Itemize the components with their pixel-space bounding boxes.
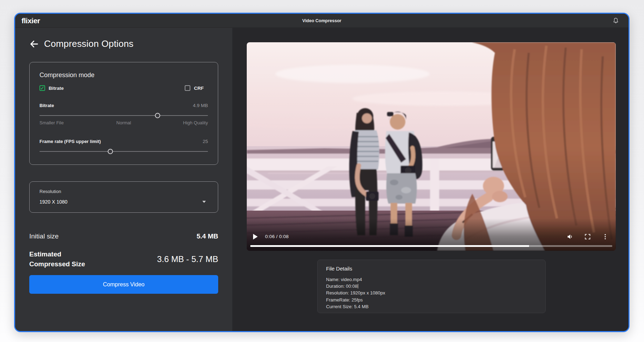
compression-sidebar: Compression Options Compression mode ✓ B… [15, 28, 232, 331]
file-duration-row: Duration: 00:08 [326, 283, 537, 290]
crf-option[interactable]: CRF [185, 85, 204, 91]
bitrate-slider-label: Bitrate [39, 103, 54, 108]
file-name-row: Name: video.mp4 [326, 276, 537, 283]
chevron-down-icon[interactable] [202, 201, 206, 203]
file-resolution-row: Resolution: 1920px x 1080px [326, 290, 537, 296]
app-window: flixier Video Compressor Compression Opt… [14, 13, 630, 332]
bitrate-checkbox-checked[interactable]: ✓ [39, 85, 45, 91]
bitrate-slider-value: 4.9 MB [193, 103, 208, 108]
bitrate-option[interactable]: ✓ Bitrate [39, 85, 64, 91]
top-bar: flixier Video Compressor [15, 14, 628, 28]
framerate-slider-track[interactable] [39, 151, 208, 152]
bitrate-option-label: Bitrate [49, 86, 64, 91]
scale-high-quality: High Quality [152, 120, 208, 125]
compression-mode-card: Compression mode ✓ Bitrate CRF Bitrate [29, 62, 218, 165]
scale-normal: Normal [96, 120, 152, 125]
crf-checkbox-unchecked[interactable] [185, 85, 190, 91]
text-cursor [358, 284, 358, 288]
video-player[interactable]: 0:06 / 0:08 [247, 42, 616, 251]
estimated-size-label: Estimated Compressed Size [29, 249, 85, 269]
back-arrow-icon[interactable] [29, 39, 39, 49]
file-details-panel: File Details Name: video.mp4 Duration: 0… [317, 260, 546, 313]
scale-smaller-file: Smaller File [39, 120, 96, 125]
kebab-menu-icon[interactable] [602, 233, 609, 240]
file-details-title: File Details [326, 266, 537, 272]
file-framerate-row: FrameRate: 25fps [326, 297, 537, 303]
progress-bar[interactable] [250, 245, 612, 247]
player-time: 0:06 / 0:08 [265, 234, 289, 239]
volume-icon[interactable] [566, 233, 574, 240]
sidebar-heading: Compression Options [44, 38, 134, 49]
initial-size-label: Initial size [29, 232, 59, 240]
compress-video-button[interactable]: Compress Video [29, 275, 218, 294]
fullscreen-icon[interactable] [584, 233, 591, 240]
compression-mode-title: Compression mode [39, 71, 208, 79]
crf-option-label: CRF [194, 86, 204, 91]
framerate-slider-value: 25 [203, 139, 208, 144]
resolution-value: 1920 X 1080 [39, 199, 67, 205]
initial-size-value: 5.4 MB [197, 232, 218, 240]
framerate-slider-thumb[interactable] [108, 149, 113, 154]
play-button[interactable] [253, 234, 258, 240]
estimated-size-value: 3.6 MB - 5.7 MB [157, 254, 218, 264]
bitrate-slider-thumb[interactable] [155, 113, 160, 118]
page-title: Video Compressor [15, 18, 628, 23]
main-panel: 0:06 / 0:08 [232, 28, 628, 331]
file-size-row: Current Size: 5.4 MB [326, 303, 537, 310]
bitrate-scale-labels: Smaller File Normal High Quality [39, 120, 208, 125]
resolution-label: Resolution [39, 189, 208, 194]
framerate-slider-label: Frame rate (FPS upper limit) [39, 139, 101, 144]
resolution-dropdown[interactable]: Resolution 1920 X 1080 [29, 181, 218, 213]
progress-fill [250, 245, 529, 247]
bitrate-slider-track[interactable] [39, 115, 208, 116]
bell-icon[interactable] [612, 17, 619, 25]
